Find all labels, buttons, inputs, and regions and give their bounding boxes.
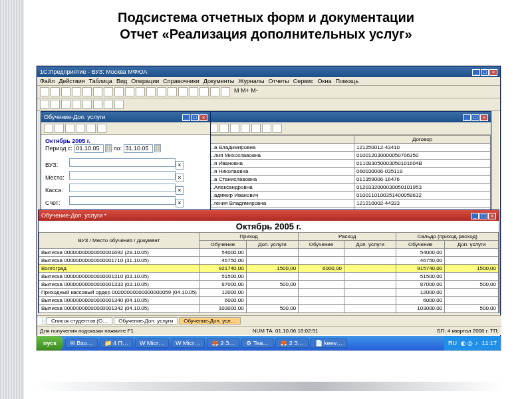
date-picker-icon[interactable]: ☷ [105, 144, 112, 152]
main-window-titlebar[interactable]: 1С:Предприятие - ВУЗ: Москва МФЮА _□× [37, 66, 500, 77]
filter-toolbar[interactable] [41, 122, 210, 135]
period-to-input[interactable]: 31.10.05 [124, 144, 153, 153]
kassa-input[interactable] [69, 184, 176, 192]
clear-icon[interactable]: × [176, 199, 184, 207]
status-bar: Для получения подсказки нажмите F1 NUM T… [37, 326, 501, 335]
slide-title-1: Подсистема отчетных форм и документации [27, 9, 505, 26]
date-picker-icon[interactable]: ☷ [154, 144, 161, 152]
table-row[interactable]: …лия Михославовна010012030000050706350 [207, 152, 491, 160]
system-tray[interactable]: RU ◐ ◎ ♪ 11:17 [444, 336, 501, 350]
menu-item[interactable]: Документы [203, 78, 234, 84]
schet-input[interactable] [69, 196, 176, 205]
menu-item[interactable]: Файл [40, 78, 55, 84]
contract-toolbar[interactable] [206, 122, 491, 135]
table-row[interactable]: Выписка 00000000000000001333 (03.10.05)8… [39, 281, 499, 289]
menu-item[interactable]: Операции [131, 78, 159, 84]
mesto-input[interactable] [69, 171, 176, 180]
report-window-titlebar[interactable]: Обучение-Доп. услуги * _□× [39, 210, 499, 221]
menu-item[interactable]: Таблица [89, 78, 112, 84]
taskbar-item[interactable]: 📁 4 П… [100, 338, 133, 348]
doc-tab[interactable]: Список студентов (О… [47, 317, 112, 325]
document-tabs[interactable]: 📄Список студентов (О…Обучение-Доп. услуг… [37, 315, 501, 326]
table-row[interactable]: …я Ивановна011083050003050101604В [207, 160, 491, 168]
taskbar-item[interactable]: W Micr… [171, 338, 205, 348]
clear-icon[interactable]: × [176, 161, 184, 170]
report-window-title: Обучение-Доп. услуги * [41, 212, 106, 219]
menu-item[interactable]: Окна [317, 78, 331, 84]
table-row[interactable]: Выписка 00000000000000001692 (28.10.05)5… [39, 249, 499, 257]
taskbar-item[interactable]: 🦊 2 З… [207, 338, 239, 348]
main-menu[interactable]: ФайлДействияТаблицаВидОперацииСправочник… [37, 77, 500, 86]
main-toolbar[interactable]: M M+ M- [37, 86, 500, 98]
table-row[interactable]: …а Владимировна121250012-43410 [207, 144, 491, 152]
taskbar-item[interactable]: ⚙ Tea… [241, 338, 273, 348]
table-row[interactable]: Выписка 00000000000000001342 (04.10.05)1… [39, 305, 499, 313]
table-row[interactable]: …Александровна0120332000030050101953 [207, 184, 491, 192]
contract-window-titlebar[interactable]: _□× [206, 112, 491, 122]
filter-window-titlebar[interactable]: Обучение-Доп. услуги _□× [41, 112, 210, 122]
taskbar-item[interactable]: ✉ Вхо… [65, 338, 98, 348]
table-row[interactable]: …а Станиславовна011359006-16476 [207, 176, 491, 184]
slide-title-2: Отчет «Реализация дополнительных услуг» [27, 26, 505, 43]
filter-window-title: Обучение-Доп. услуги [44, 114, 105, 120]
doc-tab[interactable]: Обучение-Доп. усл… [179, 317, 241, 325]
sub-toolbar[interactable] [37, 98, 500, 111]
table-row[interactable]: …гения Владимировна121210002-44333 [207, 200, 491, 207]
menu-item[interactable]: Журналы [238, 78, 264, 84]
table-row[interactable]: Выписка 00000000000000001363 (05.10.05)1… [39, 313, 499, 314]
vuz-input[interactable] [69, 158, 176, 167]
table-row[interactable]: Приходный кассовый ордер 002000000000000… [39, 289, 499, 297]
taskbar-item[interactable]: 📄 keev… [311, 338, 348, 348]
table-row[interactable]: Выписка 00000000000000001710 (31.10.05)4… [39, 257, 499, 265]
windows-taskbar[interactable]: пуск ✉ Вхо…📁 4 П…W Micr…W Micr…🦊 2 З…⚙ T… [37, 336, 501, 350]
main-window-title: 1С:Предприятие - ВУЗ: Москва МФЮА [40, 68, 147, 75]
taskbar-item[interactable]: 🦊 2 З… [275, 338, 308, 348]
table-row[interactable]: Выписка 00000000000000001310 (03.10.05)5… [39, 273, 499, 281]
window-buttons[interactable]: _□× [471, 68, 497, 76]
table-row[interactable]: …я Николаевна060030006-035119 [207, 168, 491, 176]
doc-tab[interactable]: Обучение-Доп. услуги [114, 317, 178, 325]
start-button[interactable]: пуск [37, 336, 63, 350]
menu-item[interactable]: Справочники [163, 78, 200, 84]
table-row[interactable]: Выписка 00000000000000001340 (04.10.05)6… [39, 297, 499, 305]
period-from-input[interactable]: 01.10.05 [74, 144, 104, 153]
contract-header: Договор [354, 136, 491, 144]
menu-item[interactable]: Действия [59, 78, 84, 84]
table-row[interactable]: …адимир Иванович0100110100351400058632 [207, 192, 491, 200]
clear-icon[interactable]: × [176, 186, 184, 195]
table-row[interactable]: Волгоград921740,001500,006000,00915740,0… [39, 265, 499, 273]
report-big-title: Октябрь 2005 г. [39, 221, 499, 232]
period-title: Октябрь 2005 г. [45, 138, 90, 144]
clear-icon[interactable]: × [176, 174, 184, 182]
menu-item[interactable]: Отчеты [269, 78, 289, 84]
menu-item[interactable]: Сервис [293, 78, 314, 84]
menu-item[interactable]: Помощь [335, 78, 358, 84]
taskbar-item[interactable]: W Micr… [135, 338, 169, 348]
menu-item[interactable]: Вид [116, 78, 127, 84]
